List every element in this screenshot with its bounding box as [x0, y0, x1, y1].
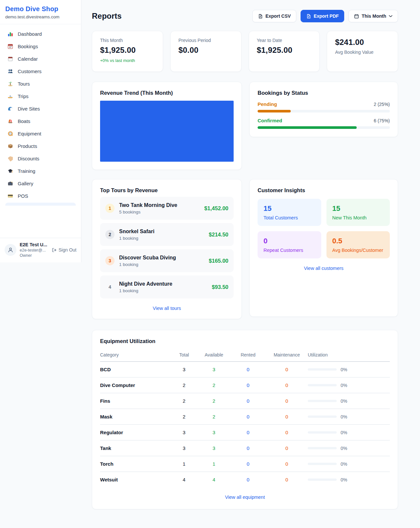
main-content: Reports Export CSV Export PDF This Month… [92, 0, 398, 521]
tour-bookings: 5 bookings [119, 210, 177, 214]
revenue-trend-title: Revenue Trend (This Month) [100, 90, 234, 96]
stat-value: $1,925.00 [257, 46, 312, 55]
export-pdf-label: Export PDF [314, 13, 339, 19]
tour-info: Discover Scuba Diving 1 booking [119, 255, 176, 267]
cell-total: 3 [171, 367, 198, 372]
user-email: e2e-tester@... [20, 248, 47, 253]
view-all-customers-link[interactable]: View all customers [258, 266, 390, 271]
utilization-track [308, 431, 337, 434]
sidebar-item-pos[interactable]: POS [3, 190, 78, 202]
export-csv-button[interactable]: Export CSV [252, 10, 296, 22]
cell-total: 3 [171, 430, 198, 435]
progress-track [258, 126, 390, 129]
sidebar-item-boats[interactable]: Boats [3, 115, 78, 127]
period-select-button[interactable]: This Month [348, 10, 398, 22]
cell-rented: 0 [230, 445, 266, 451]
cell-category: Fins [100, 398, 171, 404]
tour-name: Two Tank Morning Dive [119, 202, 177, 208]
page-title: Reports [92, 11, 122, 21]
cell-utilization: 0% [308, 430, 390, 435]
sidebar-item-gallery[interactable]: Gallery [3, 177, 78, 190]
sidebar-item-label: Products [18, 143, 37, 149]
sidebar-item-trips[interactable]: Trips [3, 90, 78, 102]
header-actions: Export CSV Export PDF This Month [252, 10, 398, 22]
cell-total: 2 [171, 382, 198, 388]
cell-rented: 0 [230, 382, 266, 388]
cell-rented: 0 [230, 398, 266, 404]
shop-domain: demo.test.divestreams.com [5, 14, 76, 19]
cell-total: 2 [171, 414, 198, 419]
rank-badge: 3 [105, 256, 115, 265]
cell-rented: 0 [230, 461, 266, 467]
view-all-tours-link[interactable]: View all tours [100, 306, 234, 311]
table-row: Torch 1 1 0 0 0% [100, 456, 390, 472]
tour-name: Discover Scuba Diving [119, 255, 176, 261]
revenue-trend-chart [100, 101, 234, 162]
bookings-by-status-title: Bookings by Status [258, 90, 390, 96]
stat-card-this-month: This Month $1,925.00 +0% vs last month [92, 31, 163, 72]
cell-category: Torch [100, 461, 171, 467]
insight-label: Repeat Customers [263, 248, 315, 253]
sidebar-nav: Dashboard 17 Bookings Calendar Customers… [0, 24, 81, 206]
cell-total: 1 [171, 461, 198, 467]
sidebar-item-discounts[interactable]: Discounts [3, 152, 78, 165]
sidebar-item-label: Gallery [18, 181, 33, 186]
view-all-equipment-link[interactable]: View all equipment [100, 495, 390, 500]
table-row: Fins 2 2 0 0 0% [100, 393, 390, 409]
insight-total-customers: 15 Total Customers [258, 199, 321, 226]
graduation-cap-icon [7, 168, 13, 174]
cell-rented: 0 [230, 430, 266, 435]
user-role: Owner [20, 253, 47, 258]
progress-track [258, 110, 390, 112]
sidebar-item-label: Dive Sites [18, 106, 40, 112]
sidebar-item-dive-sites[interactable]: Dive Sites [3, 102, 78, 115]
stat-label: Year to Date [257, 38, 312, 43]
credit-card-icon [7, 193, 13, 199]
column-header-utilization: Utilization [308, 352, 390, 357]
utilization-track [308, 478, 337, 481]
tag-icon [7, 155, 13, 161]
cell-category: Regulator [100, 430, 171, 435]
cell-category: Wetsuit [100, 477, 171, 482]
status-row-pending: Pending 2 (25%) [258, 101, 390, 112]
sidebar-item-products[interactable]: Products [3, 140, 78, 152]
revenue-trend-card: Revenue Trend (This Month) [92, 82, 242, 170]
sailboat-icon [7, 118, 13, 124]
insight-label: Total Customers [263, 215, 315, 220]
chevron-down-icon [389, 15, 392, 17]
sidebar-item-dashboard[interactable]: Dashboard [3, 28, 78, 40]
cell-available: 3 [198, 445, 230, 451]
status-label: Pending [258, 101, 277, 107]
equipment-table: Category Total Available Rented Maintena… [100, 348, 390, 487]
cell-rented: 0 [230, 367, 266, 372]
rank-badge: 2 [105, 230, 115, 239]
sign-out-button[interactable]: Sign Out [52, 247, 76, 253]
progress-fill-pending [258, 110, 291, 112]
cell-utilization: 0% [308, 383, 390, 388]
stat-label: Previous Period [178, 38, 233, 43]
export-csv-label: Export CSV [265, 13, 291, 19]
cell-available: 3 [198, 367, 230, 372]
calendar-icon [354, 14, 359, 19]
sidebar-item-calendar[interactable]: Calendar [3, 52, 78, 65]
utilization-percent: 0% [341, 383, 347, 388]
camera-icon [7, 180, 13, 186]
utilization-percent: 0% [341, 430, 347, 435]
column-header-total: Total [171, 352, 198, 357]
sidebar-item-equipment[interactable]: Equipment [3, 127, 78, 140]
tour-revenue: $1,452.00 [204, 205, 228, 212]
utilization-percent: 0% [341, 446, 347, 451]
equipment-utilization-title: Equipment Utilization [100, 338, 390, 344]
bookings-by-status-card: Bookings by Status Pending 2 (25%) Confi… [249, 82, 398, 137]
cell-total: 3 [171, 445, 198, 451]
equipment-utilization-card: Equipment Utilization Category Total Ava… [92, 330, 398, 509]
tour-bookings: 1 booking [119, 236, 155, 241]
sidebar-item-customers[interactable]: Customers [3, 65, 78, 77]
cell-maintenance: 0 [266, 477, 308, 482]
status-count: 6 (75%) [374, 118, 390, 123]
export-pdf-button[interactable]: Export PDF [301, 10, 344, 22]
cell-available: 2 [198, 414, 230, 419]
sidebar-item-training[interactable]: Training [3, 165, 78, 177]
sidebar-item-tours[interactable]: Tours [3, 77, 78, 90]
sidebar-item-bookings[interactable]: 17 Bookings [3, 40, 78, 52]
